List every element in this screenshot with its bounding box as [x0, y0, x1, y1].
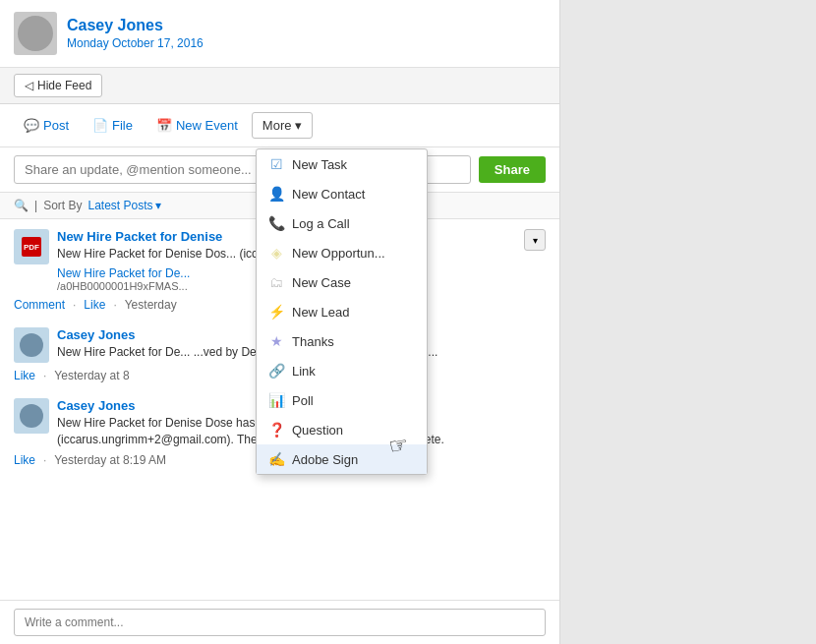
file-icon: 📄 [92, 118, 108, 133]
new-lead-label: New Lead [292, 305, 350, 320]
avatar-image [18, 16, 53, 51]
question-label: Question [292, 423, 343, 438]
action-time: Yesterday at 8 [54, 369, 129, 382]
new-opportunity-label: New Opportun... [292, 246, 385, 261]
link-icon: 🔗 [268, 363, 284, 379]
search-icon[interactable]: 🔍 [14, 199, 29, 212]
hide-feed-bar: ◁ Hide Feed [0, 68, 559, 104]
more-dropdown: ☑ New Task 👤 New Contact 📞 Log a Call ◈ … [256, 148, 428, 475]
post-label: Post [43, 118, 69, 133]
hide-feed-label: Hide Feed [37, 79, 91, 92]
action-separator: · [43, 369, 46, 382]
dropdown-log-call[interactable]: 📞 Log a Call [257, 208, 427, 238]
lead-icon: ⚡ [268, 304, 284, 320]
sort-separator: | [34, 199, 37, 212]
question-icon: ❓ [268, 422, 284, 438]
new-event-icon: 📅 [156, 118, 172, 133]
new-event-label: New Event [176, 118, 238, 133]
comment-box [0, 600, 559, 644]
dropdown-new-contact[interactable]: 👤 New Contact [257, 179, 427, 208]
action-time: Yesterday at 8:19 AM [54, 453, 166, 467]
new-case-label: New Case [292, 275, 351, 290]
task-icon: ☑ [268, 156, 284, 172]
chevron-down-icon: ▾ [295, 118, 302, 133]
hide-feed-icon: ◁ [25, 79, 33, 92]
dropdown-new-lead[interactable]: ⚡ New Lead [257, 297, 427, 326]
right-panel [560, 0, 816, 644]
action-separator: · [113, 298, 116, 312]
adobe-sign-icon: ✍ [268, 451, 284, 467]
hide-feed-button[interactable]: ◁ Hide Feed [14, 74, 102, 97]
thanks-label: Thanks [292, 334, 334, 349]
case-icon: 🗂 [268, 274, 284, 290]
poll-icon: 📊 [268, 392, 284, 408]
opportunity-icon: ◈ [268, 245, 284, 261]
dropdown-new-opportunity[interactable]: ◈ New Opportun... [257, 238, 427, 267]
call-icon: 📞 [268, 215, 284, 231]
sort-value[interactable]: Latest Posts ▾ [87, 199, 160, 212]
new-event-button[interactable]: 📅 New Event [146, 113, 248, 138]
post-toolbar: 💬 Post 📄 File 📅 New Event More ▾ ☑ New T… [0, 104, 559, 147]
dropdown-adobe-sign[interactable]: ✍ Adobe Sign [257, 444, 427, 474]
sort-chevron-icon: ▾ [155, 199, 161, 212]
comment-action[interactable]: Comment [14, 298, 65, 312]
profile-avatar [14, 12, 57, 55]
post-icon: 💬 [24, 118, 39, 133]
dropdown-new-case[interactable]: 🗂 New Case [257, 267, 427, 297]
sort-by-label: Sort By [43, 199, 82, 212]
log-call-label: Log a Call [292, 216, 350, 231]
profile-info: Casey Jones Monday October 17, 2016 [67, 17, 204, 50]
more-button[interactable]: More ▾ [252, 112, 314, 139]
profile-header: Casey Jones Monday October 17, 2016 [0, 0, 559, 68]
poll-label: Poll [292, 393, 314, 408]
feed-avatar [14, 398, 49, 434]
avatar-icon [20, 404, 43, 428]
share-button[interactable]: Share [479, 156, 546, 183]
profile-date: Monday October 17, 2016 [67, 36, 204, 50]
new-contact-label: New Contact [292, 187, 365, 202]
action-separator: · [43, 453, 46, 467]
feed-avatar [14, 327, 49, 363]
dropdown-link[interactable]: 🔗 Link [257, 356, 427, 385]
dropdown-new-task[interactable]: ☑ New Task [257, 149, 427, 179]
app-container: Casey Jones Monday October 17, 2016 ◁ Hi… [0, 0, 816, 644]
like-action[interactable]: Like [14, 369, 35, 382]
comment-input[interactable] [14, 609, 546, 636]
feed-panel: Casey Jones Monday October 17, 2016 ◁ Hi… [0, 0, 560, 644]
link-label: Link [292, 364, 316, 379]
dropdown-question[interactable]: ❓ Question [257, 415, 427, 444]
profile-name[interactable]: Casey Jones [67, 17, 204, 34]
feed-avatar: PDF [14, 229, 49, 264]
contact-icon: 👤 [268, 186, 284, 202]
adobe-sign-label: Adobe Sign [292, 452, 358, 467]
file-label: File [112, 118, 133, 133]
more-label: More [262, 118, 292, 133]
dropdown-poll[interactable]: 📊 Poll [257, 385, 427, 415]
post-button[interactable]: 💬 Post [14, 113, 79, 138]
like-action[interactable]: Like [84, 298, 105, 312]
pdf-icon: PDF [22, 237, 41, 257]
file-button[interactable]: 📄 File [83, 113, 143, 138]
dropdown-thanks[interactable]: ★ Thanks [257, 326, 427, 356]
thanks-icon: ★ [268, 333, 284, 349]
action-time: Yesterday [125, 298, 177, 312]
action-separator: · [73, 298, 76, 312]
avatar-icon [20, 333, 43, 357]
more-options-button[interactable]: ▾ [524, 229, 546, 251]
like-action[interactable]: Like [14, 453, 35, 467]
sort-value-text: Latest Posts [87, 199, 152, 212]
new-task-label: New Task [292, 157, 347, 172]
